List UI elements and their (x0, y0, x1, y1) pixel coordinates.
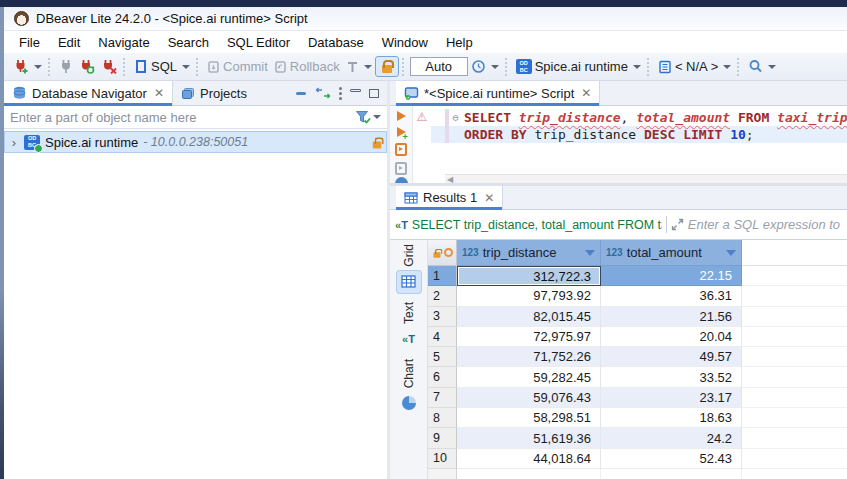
editor-horizontal-scrollbar[interactable]: ◀ (445, 174, 847, 183)
grid-corner-cell[interactable] (428, 240, 457, 266)
grid-empty-area (428, 469, 847, 479)
new-connection-button[interactable] (10, 57, 45, 76)
focused-cell[interactable]: 312,722.3 (457, 266, 601, 286)
grid-icon (401, 275, 416, 288)
tab-projects[interactable]: Projects (173, 81, 255, 106)
menu-file[interactable]: File (10, 33, 49, 52)
code-line-2[interactable]: ORDER BY trip_distance DESC LIMIT 10; (431, 126, 847, 143)
close-icon[interactable]: ✕ (154, 86, 164, 100)
menu-search[interactable]: Search (159, 33, 218, 52)
window-title: DBeaver Lite 24.2.0 - <Spice.ai runtime>… (36, 11, 308, 26)
title-bar[interactable]: DBeaver Lite 24.2.0 - <Spice.ai runtime>… (4, 7, 847, 31)
table-row[interactable]: 3 82,015.45 21.56 (428, 307, 847, 327)
new-sql-editor-button[interactable]: SQL (131, 57, 193, 76)
commit-mode-combo[interactable]: Auto (410, 57, 468, 76)
results-query-text[interactable]: SELECT trip_distance, total_amount FROM … (412, 218, 662, 232)
maximize-view-icon[interactable] (369, 89, 379, 98)
plug-new-icon (13, 59, 29, 74)
column-filter-icon[interactable] (726, 250, 736, 256)
minimize-view-icon[interactable] (350, 89, 361, 92)
numeric-type-icon: 123 (462, 247, 479, 258)
chevron-down-icon[interactable] (491, 65, 499, 69)
menu-navigate[interactable]: Navigate (89, 33, 158, 52)
results-filter-bar: «T SELECT trip_distance, total_amount FR… (390, 210, 847, 240)
chevron-down-icon[interactable] (364, 65, 372, 69)
menu-bar: File Edit Navigate Search SQL Editor Dat… (4, 31, 847, 53)
table-row[interactable]: 6 59,282.45 33.52 (428, 367, 847, 387)
execute-new-tab-button[interactable] (397, 127, 406, 137)
table-row[interactable]: 5 71,752.26 49.57 (428, 347, 847, 367)
chevron-down-icon[interactable] (723, 65, 731, 69)
code-area[interactable]: ⊖ SELECT trip_distance, total_amount FRO… (431, 106, 847, 183)
toolbar-separator (505, 58, 510, 76)
link-with-editor-icon[interactable] (315, 87, 331, 99)
expand-chevron-icon[interactable]: › (9, 135, 19, 150)
chevron-down-icon[interactable] (373, 115, 381, 119)
close-icon[interactable]: ✕ (484, 191, 494, 205)
table-row[interactable]: 2 97,793.92 36.31 (428, 286, 847, 306)
tab-results-1[interactable]: Results 1 ✕ (396, 186, 503, 210)
header-filler (742, 240, 847, 266)
disconnect-button[interactable] (98, 57, 120, 76)
menu-edit[interactable]: Edit (49, 33, 89, 52)
execute-script-button[interactable] (395, 143, 407, 156)
transaction-history-button[interactable] (468, 57, 502, 76)
table-row[interactable]: 7 59,076.43 23.17 (428, 388, 847, 408)
chevron-down-icon[interactable] (182, 65, 190, 69)
results-tab-bar: Results 1 ✕ (390, 186, 847, 210)
transaction-log-button[interactable] (343, 58, 375, 76)
table-row[interactable]: 8 58,298.51 18.63 (428, 408, 847, 428)
tab-text[interactable]: Text «T (397, 302, 421, 350)
lock-icon (382, 65, 392, 73)
active-connection-selector[interactable]: ODBC Spice.ai runtime (513, 57, 644, 76)
chevron-down-icon[interactable] (34, 65, 42, 69)
sql-editor-icon (134, 59, 148, 74)
reconnect-button[interactable] (76, 57, 98, 76)
explain-plan-button[interactable] (395, 177, 408, 183)
menu-database[interactable]: Database (299, 33, 373, 52)
rollback-button[interactable]: Rollback (271, 57, 343, 76)
menu-help[interactable]: Help (437, 33, 482, 52)
toolbar-separator (402, 58, 407, 76)
odbc-driver-icon: ODBC (24, 135, 40, 150)
execute-script-new-tab-button[interactable] (395, 162, 407, 175)
warning-icon: ⚠ (417, 110, 428, 124)
tab-sql-script[interactable]: *<Spice.ai runtime> Script ✕ (396, 81, 600, 106)
column-filter-icon[interactable] (585, 250, 595, 256)
sql-editor[interactable]: ⚠ ⊖ SELECT trip_distance, total_amount F… (390, 106, 847, 186)
filter-expression-input[interactable]: Enter a SQL expression to (688, 217, 847, 232)
editor-annotation-ruler: ⚠ (413, 106, 431, 183)
connection-tree-item[interactable]: › ODBC Spice.ai runtime - 10.0.0.238:500… (4, 131, 387, 153)
commit-button[interactable]: Commit (204, 57, 271, 76)
filter-funnel-icon[interactable] (355, 110, 371, 124)
plug-disconnect-icon (101, 59, 117, 74)
collapse-all-icon[interactable] (295, 90, 307, 96)
tab-chart[interactable]: Chart (397, 359, 421, 414)
fold-collapse-icon[interactable]: ⊖ (449, 109, 462, 126)
commit-icon (207, 60, 220, 74)
menu-sql-editor[interactable]: SQL Editor (218, 33, 299, 52)
search-icon (748, 59, 763, 74)
active-schema-selector[interactable]: < N/A > (655, 57, 734, 76)
execute-statement-button[interactable] (397, 111, 406, 121)
connection-lock-toggle[interactable] (375, 56, 399, 77)
menu-window[interactable]: Window (373, 33, 437, 52)
object-filter-input[interactable]: Enter a part of object name here (10, 110, 355, 125)
table-row[interactable]: 9 51,619.36 24.2 (428, 428, 847, 448)
tab-database-navigator[interactable]: Database Navigator ✕ (4, 81, 173, 106)
close-icon[interactable]: ✕ (581, 86, 591, 100)
table-row[interactable]: 10 44,018.64 52.43 (428, 449, 847, 469)
connect-button[interactable] (56, 57, 76, 76)
expand-filter-icon[interactable] (671, 218, 684, 231)
chevron-down-icon[interactable] (768, 65, 776, 69)
search-button[interactable] (745, 57, 779, 76)
table-row[interactable]: 1 312,722.3 22.15 (428, 266, 847, 286)
sql-script-icon (404, 87, 419, 100)
tab-grid[interactable]: Grid (397, 244, 421, 293)
view-menu-icon[interactable] (339, 87, 342, 100)
table-row[interactable]: 4 72,975.97 20.04 (428, 327, 847, 347)
code-line-1[interactable]: ⊖ SELECT trip_distance, total_amount FRO… (431, 109, 847, 126)
chevron-down-icon[interactable] (633, 65, 641, 69)
column-header-trip-distance[interactable]: 123 trip_distance (457, 240, 601, 266)
column-header-total-amount[interactable]: 123 total_amount (601, 240, 742, 266)
